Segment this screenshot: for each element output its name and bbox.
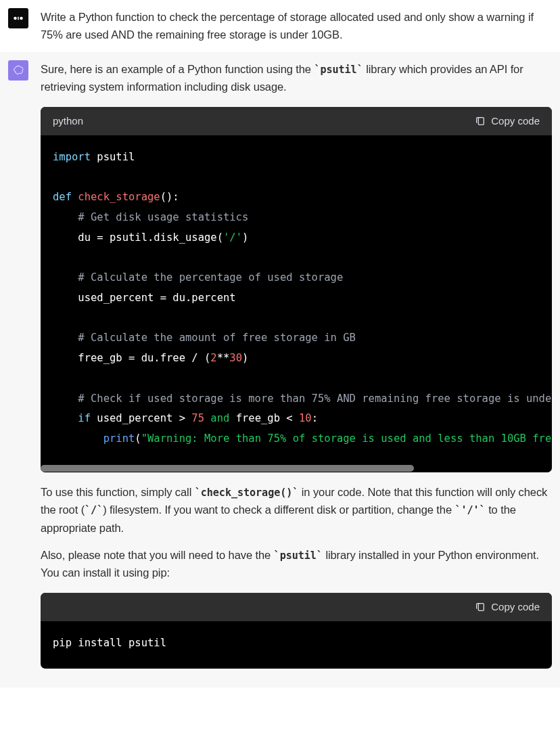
text-span: Also, please note that you will need to … (41, 549, 274, 561)
code-token: used_percent > (91, 412, 191, 424)
code-token: ) (242, 352, 248, 364)
svg-rect-3 (479, 117, 484, 125)
code-token: ** (217, 352, 230, 364)
assistant-avatar (8, 60, 28, 81)
text-span: Sure, here is an example of a Python fun… (41, 63, 314, 75)
code-token: free_gb = du.free / ( (53, 352, 210, 364)
code-token: ( (135, 432, 141, 445)
text-span: To use this function, simply call (41, 486, 195, 498)
code-token: check_storage (78, 191, 160, 203)
svg-rect-4 (479, 603, 484, 610)
code-header: Copy code (41, 593, 552, 621)
copy-code-button[interactable]: Copy code (475, 113, 540, 129)
code-token: psutil (91, 151, 135, 163)
code-token: def (53, 191, 72, 203)
code-header: python Copy code (41, 107, 552, 135)
copy-code-label: Copy code (491, 113, 540, 129)
code-token: # Get disk usage statistics (78, 211, 248, 223)
user-message: Write a Python function to check the per… (0, 0, 560, 52)
code-token: (): (160, 191, 179, 203)
horizontal-scrollbar[interactable] (41, 464, 552, 472)
code-token (72, 191, 78, 203)
code-token: : (312, 412, 318, 424)
code-token: ) (242, 231, 248, 244)
code-token: # Calculate the percentage of used stora… (78, 271, 343, 284)
code-token: free_gb < (229, 412, 299, 424)
clipboard-icon (475, 602, 486, 612)
code-token (204, 412, 210, 424)
clipboard-icon (475, 116, 486, 127)
code-token: '/' (223, 231, 242, 244)
assistant-message-content: Sure, here is an example of a Python fun… (41, 60, 552, 679)
code-token (53, 393, 78, 405)
code-token: pip install psutil (53, 637, 166, 649)
code-token: import (53, 151, 91, 163)
code-token (53, 332, 78, 344)
inline-code-psutil-2: psutil (274, 550, 323, 562)
code-token: # Check if used storage is more than 75%… (78, 393, 552, 405)
code-body[interactable]: pip install psutil (41, 621, 552, 669)
code-token: if (78, 412, 91, 424)
user-avatar-icon (12, 12, 24, 24)
code-token: "Warning: More than 75% of storage is us… (141, 432, 552, 445)
code-token (53, 432, 103, 445)
svg-point-0 (14, 17, 17, 20)
code-token: used_percent = du.percent (53, 292, 236, 304)
assistant-intro-paragraph: Sure, here is an example of a Python fun… (41, 60, 552, 96)
code-body[interactable]: import psutil def check_storage(): # Get… (41, 135, 552, 464)
copy-code-label: Copy code (491, 599, 540, 615)
code-token (53, 271, 78, 284)
inline-code-check-storage: check_storage() (195, 487, 299, 499)
inline-code-psutil: psutil (314, 64, 363, 76)
text-span: ) filesystem. If you want to check a dif… (103, 503, 454, 516)
code-token: 10 (299, 412, 312, 424)
code-token: and (210, 412, 229, 424)
code-token: print (103, 432, 135, 445)
code-lang-label: python (53, 113, 83, 129)
scrollbar-thumb[interactable] (41, 465, 414, 472)
assistant-usage-paragraph: To use this function, simply call check_… (41, 483, 552, 537)
svg-point-2 (20, 17, 23, 20)
code-token: # Calculate the amount of free storage i… (78, 332, 356, 344)
assistant-message: Sure, here is an example of a Python fun… (0, 52, 560, 688)
code-token (53, 211, 78, 223)
code-token: du = psutil.disk_usage( (53, 231, 223, 244)
inline-code-path: '/' (454, 504, 485, 516)
assistant-install-paragraph: Also, please note that you will need to … (41, 546, 552, 582)
svg-rect-1 (18, 17, 19, 20)
code-block-shell: Copy code pip install psutil (41, 593, 552, 669)
code-token: 75 (191, 412, 204, 424)
user-avatar (8, 8, 28, 28)
code-block-python: python Copy code import psutil def check… (41, 107, 552, 472)
code-token: 30 (229, 352, 242, 364)
openai-logo-icon (12, 64, 24, 76)
code-token: 2 (210, 352, 216, 364)
code-token (53, 412, 78, 424)
copy-code-button[interactable]: Copy code (475, 599, 540, 615)
user-message-content: Write a Python function to check the per… (41, 8, 552, 44)
inline-code-slash: / (85, 504, 103, 516)
user-message-text: Write a Python function to check the per… (41, 8, 552, 44)
